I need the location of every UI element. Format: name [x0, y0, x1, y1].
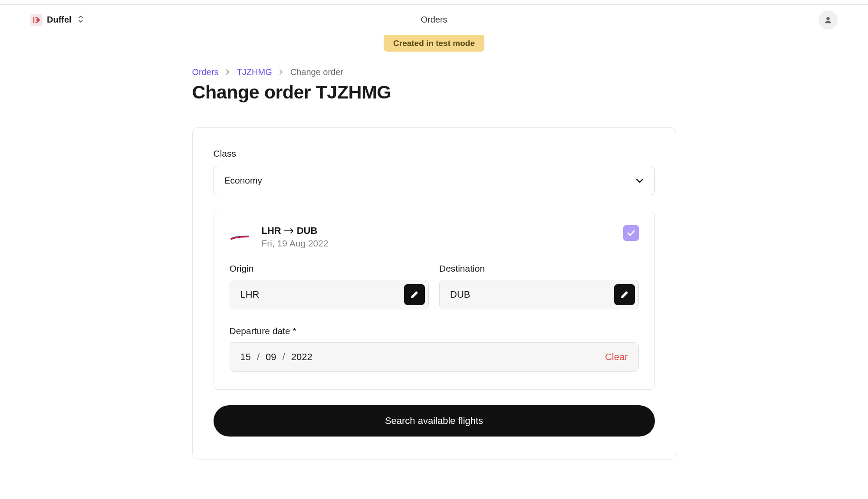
user-icon	[824, 16, 832, 24]
brand-logo-icon	[30, 14, 43, 26]
change-order-form-card: Class Economy LHR	[192, 127, 676, 460]
clear-date-button[interactable]: Clear	[605, 351, 628, 363]
departure-date-label: Departure date *	[230, 326, 639, 336]
departure-month[interactable]: 09	[266, 351, 276, 363]
test-mode-badge: Created in test mode	[384, 35, 484, 52]
origin-label: Origin	[230, 263, 429, 274]
check-icon	[627, 230, 635, 236]
breadcrumb-orders-link[interactable]: Orders	[192, 67, 219, 77]
destination-value: DUB	[450, 289, 470, 300]
route-selected-checkbox[interactable]	[623, 225, 639, 241]
brand-name: Duffel	[47, 15, 72, 25]
airline-logo-icon	[230, 227, 250, 247]
class-select[interactable]: Economy	[214, 166, 655, 195]
breadcrumb: Orders TJZHMG Change order	[192, 67, 676, 77]
svg-point-0	[36, 18, 40, 22]
brand-switcher[interactable]: Duffel	[30, 14, 84, 26]
breadcrumb-order-id-link[interactable]: TJZHMG	[237, 67, 272, 77]
pencil-icon	[410, 290, 419, 299]
edit-destination-button[interactable]	[614, 284, 635, 305]
route-origin-code: LHR	[262, 225, 281, 236]
route-title: LHR DUB	[262, 225, 639, 236]
chevron-right-icon	[226, 67, 230, 77]
search-available-flights-button[interactable]: Search available flights	[214, 405, 655, 437]
class-selected-value: Economy	[224, 175, 263, 186]
departure-year[interactable]: 2022	[291, 351, 312, 363]
origin-field: LHR	[230, 280, 429, 309]
destination-field: DUB	[439, 280, 639, 309]
route-card: LHR DUB Fri, 19 Aug 2022 Origi	[214, 211, 655, 390]
destination-label: Destination	[439, 263, 639, 274]
departure-date-field[interactable]: 15 / 09 / 2022 Clear	[230, 342, 639, 372]
departure-day[interactable]: 15	[240, 351, 251, 363]
chevron-right-icon	[279, 67, 283, 77]
pencil-icon	[620, 290, 629, 299]
svg-point-1	[826, 16, 830, 20]
up-down-chevron-icon	[78, 15, 84, 25]
route-date: Fri, 19 Aug 2022	[262, 238, 639, 249]
class-label: Class	[214, 148, 655, 159]
arrow-right-icon	[284, 225, 294, 236]
header-nav-title[interactable]: Orders	[421, 15, 447, 25]
route-dest-code: DUB	[297, 225, 318, 236]
breadcrumb-current: Change order	[290, 67, 343, 77]
edit-origin-button[interactable]	[404, 284, 425, 305]
origin-value: LHR	[240, 289, 260, 300]
page-title: Change order TJZHMG	[192, 82, 676, 103]
app-header: Duffel Orders	[0, 5, 868, 35]
user-avatar[interactable]	[819, 10, 838, 30]
chevron-down-icon	[635, 175, 644, 186]
